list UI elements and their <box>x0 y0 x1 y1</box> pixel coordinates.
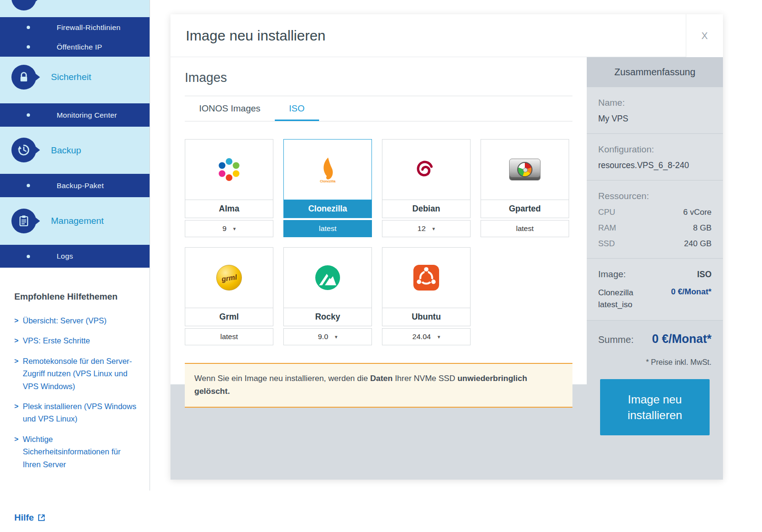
sidebar-subsection-network: Firewall-Richtlinien Öffentliche IP <box>0 17 150 57</box>
help-link-plesk[interactable]: > Plesk installieren (VPS Windows und VP… <box>14 400 137 425</box>
image-name: Clonezilla latest_iso <box>598 287 655 311</box>
chevron-right-icon: > <box>14 314 19 327</box>
data-loss-warning: Wenn Sie ein Image neu installieren, wer… <box>185 363 572 408</box>
bullet-icon <box>27 184 30 187</box>
summary-total-section: Summe: 0 €/Monat* * Preise inkl. MwSt. I… <box>587 321 723 480</box>
sidebar-subsection-sicherheit: Monitoring Center <box>0 103 150 127</box>
bullet-icon <box>27 255 30 258</box>
sidebar-item-sicherheit[interactable]: Sicherheit <box>0 57 150 98</box>
external-link-icon <box>38 514 45 522</box>
image-grid: Alma 9 ▾ Clonezilla Clonezilla <box>185 139 572 345</box>
sidebar-item-backup-paket[interactable]: Backup-Paket <box>0 174 150 197</box>
sidebar-item-management[interactable]: Management <box>0 197 150 245</box>
help-link-uebersicht[interactable]: > Übersicht: Server (VPS) <box>14 314 137 327</box>
debian-logo-icon <box>382 140 470 200</box>
sidebar-item-oeffentliche-ip[interactable]: Öffentliche IP <box>0 37 150 57</box>
sidebar-item-backup[interactable]: Backup <box>0 127 150 174</box>
chevron-right-icon: > <box>14 334 19 347</box>
chevron-right-icon: > <box>14 400 19 425</box>
image-source-tabs: IONOS Images ISO <box>185 96 572 121</box>
image-card-alma: Alma 9 ▾ <box>185 139 273 237</box>
help-link-remotekonsole[interactable]: > Remotekonsole für den Server-Zugriff n… <box>14 355 137 392</box>
chevron-down-icon: ▾ <box>432 226 435 232</box>
backup-clock-icon <box>11 138 36 162</box>
ubuntu-logo-icon <box>382 248 470 308</box>
summary-config-section: Konfiguration: resources.VPS_6_8-240 <box>587 134 723 181</box>
summary-image-section: Image: ISO Clonezilla latest_iso 0 €/Mon… <box>587 259 723 321</box>
name-label: Name: <box>598 98 712 108</box>
sidebar-subsection-backup: Backup-Paket <box>0 174 150 197</box>
bullet-icon <box>27 45 30 49</box>
help-link-sicherheitsinfo[interactable]: > Wichtige Sicherheitsinformationen für … <box>14 433 137 471</box>
resource-row-ssd: SSD 240 GB <box>598 239 712 249</box>
modal-title: Image neu installieren <box>186 14 326 57</box>
help-heading: Empfohlene Hilfethemen <box>14 291 137 302</box>
image-type: ISO <box>697 270 712 280</box>
tab-ionos-images[interactable]: IONOS Images <box>185 96 275 121</box>
network-icon <box>11 0 36 10</box>
version-select-rocky[interactable]: 9.0 ▾ <box>283 328 372 345</box>
tax-note: * Preise inkl. MwSt. <box>598 358 712 367</box>
alma-logo-icon <box>185 140 273 200</box>
image-card-clonezilla: Clonezilla Clonezilla latest <box>283 139 372 237</box>
config-value: resources.VPS_6_8-240 <box>598 161 712 171</box>
hilfe-link[interactable]: Hilfe <box>14 512 45 523</box>
clonezilla-logo-icon: Clonezilla <box>284 140 371 200</box>
chevron-down-icon: ▾ <box>438 334 441 340</box>
gparted-logo-icon <box>481 140 569 200</box>
rocky-logo-icon <box>284 248 371 308</box>
version-select-ubuntu[interactable]: 24.04 ▾ <box>382 328 471 345</box>
resource-row-cpu: CPU 6 vCore <box>598 208 712 217</box>
image-label: Image: <box>598 269 626 280</box>
version-select-clonezilla[interactable]: latest <box>283 220 372 237</box>
resources-label: Ressourcen: <box>598 191 712 201</box>
close-button[interactable]: X <box>686 14 723 57</box>
chevron-down-icon: ▾ <box>335 334 338 340</box>
config-label: Konfiguration: <box>598 144 712 155</box>
image-card-rocky: Rocky 9.0 ▾ <box>283 247 372 345</box>
summary-resources-section: Ressourcen: CPU 6 vCore RAM 8 GB SSD 240… <box>587 181 723 259</box>
version-select-gparted[interactable]: latest <box>481 220 569 237</box>
help-link-erste-schritte[interactable]: > VPS: Erste Schritte <box>14 334 137 347</box>
sidebar-item-logs[interactable]: Logs <box>0 245 150 268</box>
bullet-icon <box>27 113 30 117</box>
image-card-grml: grml Grml latest <box>185 247 273 345</box>
version-select-debian[interactable]: 12 ▾ <box>382 220 471 237</box>
image-price: 0 €/Monat* <box>671 287 712 311</box>
reinstall-image-modal: Image neu installieren X Images IONOS Im… <box>170 14 723 480</box>
name-value: My VPS <box>598 114 712 124</box>
image-card-debian: Debian 12 ▾ <box>382 139 471 237</box>
image-card[interactable]: Alma <box>185 139 273 218</box>
version-select-alma[interactable]: 9 ▾ <box>185 220 273 237</box>
summary-name-section: Name: My VPS <box>587 87 723 134</box>
sidebar-item-monitoring-center[interactable]: Monitoring Center <box>0 103 150 127</box>
image-card[interactable]: Ubuntu <box>382 247 471 326</box>
tab-iso[interactable]: ISO <box>275 96 319 121</box>
image-card[interactable]: Rocky <box>283 247 372 326</box>
bullet-icon <box>27 26 30 29</box>
chevron-right-icon: > <box>14 355 19 392</box>
resource-row-ram: RAM 8 GB <box>598 223 712 233</box>
image-card-ubuntu: Ubuntu 24.04 ▾ <box>382 247 471 345</box>
reinstall-image-button[interactable]: Image neu installieren <box>600 379 710 435</box>
grml-logo-icon: grml <box>185 248 273 308</box>
clipboard-icon <box>11 209 36 233</box>
chevron-down-icon: ▾ <box>233 226 236 232</box>
sum-label: Summe: <box>598 334 633 345</box>
modal-body: Images IONOS Images ISO Alma 9 ▾ <box>170 57 723 480</box>
version-select-grml[interactable]: latest <box>185 328 273 345</box>
sidebar: Firewall-Richtlinien Öffentliche IP Sich… <box>0 0 150 491</box>
image-card[interactable]: grml Grml <box>185 247 273 326</box>
sum-value: 0 €/Monat* <box>652 332 712 346</box>
image-card-gparted: Gparted latest <box>481 139 569 237</box>
image-card[interactable]: Clonezilla Clonezilla <box>283 139 372 218</box>
sidebar-subsection-management: Logs <box>0 245 150 268</box>
image-card[interactable]: Gparted <box>481 139 569 218</box>
image-card[interactable]: Debian <box>382 139 471 218</box>
chevron-right-icon: > <box>14 433 19 471</box>
sidebar-item-firewall-richtlinien[interactable]: Firewall-Richtlinien <box>0 18 150 37</box>
lock-icon <box>11 65 36 90</box>
help-topics: Empfohlene Hilfethemen > Übersicht: Serv… <box>0 268 150 471</box>
summary-panel: Zusammenfassung Name: My VPS Konfigurati… <box>587 57 723 480</box>
images-panel: Images IONOS Images ISO Alma 9 ▾ <box>170 57 587 384</box>
